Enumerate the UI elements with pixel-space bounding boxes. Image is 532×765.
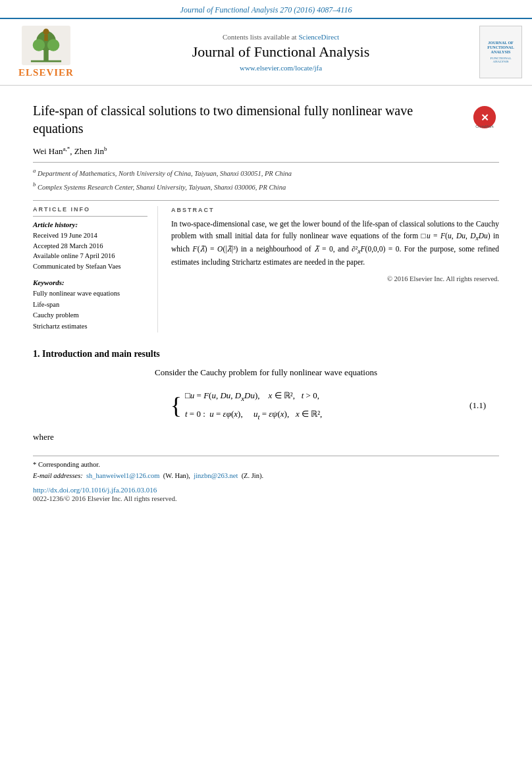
sciencedirect-link[interactable]: ScienceDirect	[298, 33, 339, 41]
svg-rect-7	[31, 61, 61, 63]
elsevier-wordmark: ELSEVIER	[18, 67, 74, 78]
journal-banner: ELSEVIER Contents lists available at Sci…	[0, 18, 532, 86]
aff-a-marker: a	[33, 167, 36, 174]
paper-title-row: Life-span of classical solutions to two …	[33, 102, 499, 138]
svg-text:✕: ✕	[480, 111, 489, 122]
author-2: Zhen Jin	[74, 146, 104, 156]
keyword-2: Life-span	[33, 300, 147, 311]
journal-center-info: Contents lists available at ScienceDirec…	[92, 33, 469, 72]
communicated-by: Communicated by Stefaan Vaes	[33, 261, 147, 272]
svg-rect-6	[44, 35, 48, 41]
affiliation-a: a Department of Mathematics, North Unive…	[33, 167, 499, 178]
abstract-text: In two-space-dimensional case, we get th…	[171, 219, 499, 269]
keywords-section: Keywords: Fully nonlinear wave equations…	[33, 278, 147, 332]
crossmark-logo: ✕ CrossMark	[469, 102, 499, 132]
elsevier-logo: ELSEVIER	[10, 26, 82, 78]
paper-title: Life-span of classical solutions to two …	[33, 102, 463, 138]
email-2-name: (Z. Jin).	[242, 472, 264, 479]
where-line: where	[33, 432, 499, 442]
email-2-link[interactable]: jinzbn@263.net	[194, 472, 238, 479]
svg-point-4	[47, 39, 59, 51]
info-abstract-section: ARTICLE INFO Article history: Received 1…	[33, 200, 499, 332]
author-1: Wei Han	[33, 146, 63, 156]
affiliations: a Department of Mathematics, North Unive…	[33, 162, 499, 192]
author-2-sup: b	[104, 145, 107, 152]
section-1-heading: 1. Introduction and main results	[33, 349, 499, 359]
available-date: Available online 7 April 2016	[33, 251, 147, 261]
article-info-col: ARTICLE INFO Article history: Received 1…	[33, 206, 158, 332]
journal-title: Journal of Functional Analysis	[92, 43, 469, 61]
main-content: Life-span of classical solutions to two …	[0, 86, 532, 512]
svg-text:CrossMark: CrossMark	[475, 124, 494, 128]
keyword-1: Fully nonlinear wave equations	[33, 288, 147, 300]
left-brace-icon: {	[171, 394, 182, 417]
article-history: Article history: Received 19 June 2014 A…	[33, 221, 147, 272]
copyright-line: © 2016 Elsevier Inc. All rights reserved…	[171, 274, 499, 284]
journal-citation: Journal of Functional Analysis 270 (2016…	[0, 0, 532, 18]
keyword-3: Cauchy problem	[33, 310, 147, 321]
history-title: Article history:	[33, 221, 147, 228]
authors-line: Wei Hana,*, Zhen Jinb	[33, 145, 499, 157]
article-info-label: ARTICLE INFO	[33, 206, 147, 213]
equation-1-1: { □u = F(u, Du, DxDu), x ∈ ℝ², t > 0, t …	[33, 387, 499, 425]
equation-content: { □u = F(u, Du, DxDu), x ∈ ℝ², t > 0, t …	[46, 387, 446, 425]
keyword-4: Strichartz estimates	[33, 321, 147, 332]
abstract-col: ABSTRACT In two-space-dimensional case, …	[171, 206, 499, 332]
eq-line-2: t = 0 : u = εφ(x), ut = εψ(x), x ∈ ℝ²,	[185, 406, 322, 424]
email-1-link[interactable]: sh_hanweiwel1@126.com	[86, 472, 159, 479]
email-label: E-mail addresses:	[33, 472, 83, 479]
aff-b-marker: b	[33, 181, 36, 188]
equation-lines: □u = F(u, Du, DxDu), x ∈ ℝ², t > 0, t = …	[185, 387, 322, 425]
abstract-label: ABSTRACT	[171, 206, 499, 215]
email-line: E-mail addresses: sh_hanweiwel1@126.com …	[33, 471, 499, 482]
corresponding-author-note: * Corresponding author.	[33, 460, 499, 471]
eq-line-1: □u = F(u, Du, DxDu), x ∈ ℝ², t > 0,	[185, 387, 322, 406]
received-date: Received 19 June 2014	[33, 230, 147, 241]
doi-link[interactable]: http://dx.doi.org/10.1016/j.jfa.2016.03.…	[33, 486, 157, 494]
journal-url: www.elsevier.com/locate/jfa	[92, 64, 469, 72]
email-1-name: (W. Han),	[163, 472, 190, 479]
equation-number: (1.1)	[446, 400, 486, 411]
keywords-title: Keywords:	[33, 278, 147, 286]
footnote-section: * Corresponding author. E-mail addresses…	[33, 456, 499, 482]
svg-point-5	[43, 29, 49, 35]
elsevier-tree-icon	[20, 26, 72, 65]
affiliation-b: b Complex Systems Research Center, Shanx…	[33, 180, 499, 192]
issn-line: 0022-1236/© 2016 Elsevier Inc. All right…	[33, 495, 499, 502]
contents-line: Contents lists available at ScienceDirec…	[92, 33, 469, 41]
author-1-sup: a,*	[63, 145, 70, 152]
svg-rect-1	[43, 50, 48, 61]
accepted-date: Accepted 28 March 2016	[33, 241, 147, 251]
svg-point-3	[33, 39, 45, 51]
doi-line: http://dx.doi.org/10.1016/j.jfa.2016.03.…	[33, 486, 499, 494]
journal-thumbnail: JOURNAL OF FUNCTIONAL ANALYSIS FUNCTIONA…	[479, 26, 522, 78]
intro-paragraph: Consider the Cauchy problem for fully no…	[33, 366, 499, 379]
crossmark-icon: ✕ CrossMark	[472, 105, 497, 130]
